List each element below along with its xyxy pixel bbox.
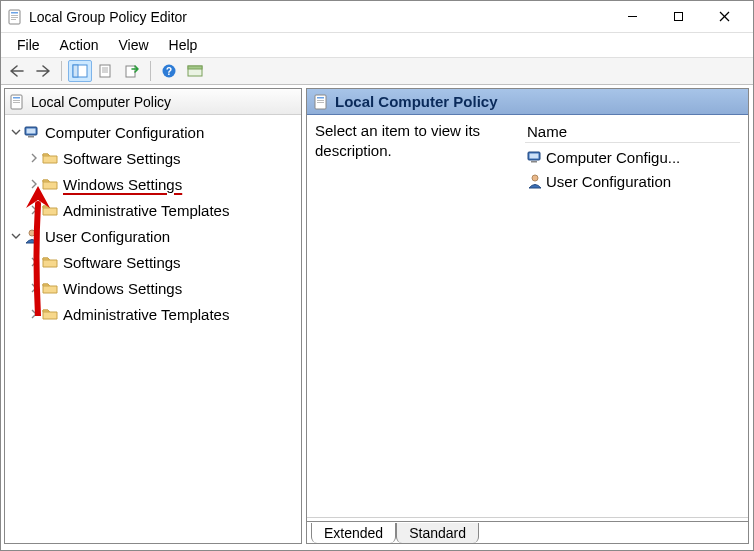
svg-rect-29 (317, 97, 324, 99)
svg-rect-34 (531, 161, 537, 163)
tree-label: Software Settings (63, 254, 181, 271)
menubar: File Action View Help (1, 33, 753, 57)
tree-pane: Local Computer Policy Computer Configura… (4, 88, 302, 544)
expander-icon[interactable] (27, 205, 41, 215)
tab-label: Standard (409, 525, 466, 541)
description-text: Select an item to view its description. (315, 121, 515, 511)
svg-rect-22 (13, 100, 20, 101)
tree-label: Software Settings (63, 150, 181, 167)
tree-label: Administrative Templates (63, 306, 229, 323)
titlebar[interactable]: Local Group Policy Editor (1, 1, 753, 33)
svg-rect-6 (674, 13, 682, 21)
folder-icon (41, 175, 59, 193)
expander-icon[interactable] (27, 257, 41, 267)
svg-rect-26 (28, 136, 34, 138)
content-area: Local Computer Policy Computer Configura… (1, 85, 753, 550)
nav-back-button[interactable] (5, 60, 29, 82)
tree-node-windows-settings-2[interactable]: Windows Settings (7, 275, 299, 301)
close-button[interactable] (701, 2, 747, 32)
tree-node-software-settings-2[interactable]: Software Settings (7, 249, 299, 275)
folder-icon (41, 279, 59, 297)
folder-icon (41, 305, 59, 323)
svg-rect-4 (11, 19, 16, 20)
svg-rect-2 (11, 15, 18, 16)
tab-strip: Extended Standard (307, 517, 748, 543)
computer-icon (527, 148, 543, 166)
policy-icon (9, 94, 25, 110)
window-title: Local Group Policy Editor (29, 9, 609, 25)
details-title: Local Computer Policy (335, 93, 498, 110)
svg-rect-30 (317, 100, 324, 101)
menu-help[interactable]: Help (159, 35, 208, 55)
toolbar-snapin-button[interactable] (183, 60, 207, 82)
expander-icon[interactable] (9, 231, 23, 241)
expander-icon[interactable] (27, 309, 41, 319)
tree-pane-title: Local Computer Policy (31, 94, 171, 110)
tree-node-software-settings[interactable]: Software Settings (7, 145, 299, 171)
tree-node-computer-configuration[interactable]: Computer Configuration (7, 119, 299, 145)
toolbar-export-button[interactable] (120, 60, 144, 82)
user-icon (23, 227, 41, 245)
toolbar-separator (150, 61, 151, 81)
expander-icon[interactable] (27, 283, 41, 293)
list-item[interactable]: Computer Configu... (525, 145, 740, 169)
tree-label: Computer Configuration (45, 124, 204, 141)
tab-label: Extended (324, 525, 383, 541)
menu-action[interactable]: Action (50, 35, 109, 55)
svg-rect-25 (27, 129, 36, 134)
toolbar-show-tree-button[interactable] (68, 60, 92, 82)
window-frame: Local Group Policy Editor File Action Vi… (0, 0, 754, 551)
svg-point-35 (532, 175, 538, 181)
expander-icon[interactable] (27, 179, 41, 189)
minimize-button[interactable] (609, 2, 655, 32)
svg-rect-15 (126, 66, 135, 77)
menu-view[interactable]: View (108, 35, 158, 55)
user-icon (527, 172, 543, 190)
svg-rect-3 (11, 17, 18, 18)
tree-node-admin-templates[interactable]: Administrative Templates (7, 197, 299, 223)
tree-label: Windows Settings (63, 280, 182, 297)
tree[interactable]: Computer Configuration Software Settings… (5, 115, 301, 543)
list-item-label: User Configuration (546, 173, 671, 190)
svg-rect-11 (100, 65, 110, 77)
column-header-name[interactable]: Name (525, 121, 740, 143)
svg-rect-1 (11, 12, 18, 14)
svg-rect-23 (13, 102, 20, 103)
folder-icon (41, 201, 59, 219)
expander-icon[interactable] (27, 153, 41, 163)
svg-text:?: ? (166, 66, 172, 77)
details-pane: Local Computer Policy Select an item to … (306, 88, 749, 544)
tree-node-windows-settings[interactable]: Windows Settings (7, 171, 299, 197)
name-column: Name Computer Configu... User Configurat… (525, 121, 740, 511)
tab-standard[interactable]: Standard (396, 523, 479, 543)
nav-forward-button[interactable] (31, 60, 55, 82)
details-header: Local Computer Policy (307, 89, 748, 115)
policy-icon (313, 94, 329, 110)
tree-node-user-configuration[interactable]: User Configuration (7, 223, 299, 249)
svg-rect-33 (530, 154, 539, 159)
details-body: Select an item to view its description. … (307, 115, 748, 517)
folder-icon (41, 253, 59, 271)
toolbar: ? (1, 57, 753, 85)
tree-node-admin-templates-2[interactable]: Administrative Templates (7, 301, 299, 327)
svg-rect-10 (73, 65, 78, 77)
tree-label: Administrative Templates (63, 202, 229, 219)
maximize-button[interactable] (655, 2, 701, 32)
tree-label: User Configuration (45, 228, 170, 245)
folder-icon (41, 149, 59, 167)
svg-point-27 (29, 230, 35, 236)
list-item-label: Computer Configu... (546, 149, 680, 166)
expander-icon[interactable] (9, 127, 23, 137)
tree-pane-header[interactable]: Local Computer Policy (5, 89, 301, 115)
app-icon (7, 9, 23, 25)
window-buttons (609, 2, 747, 32)
toolbar-help-button[interactable]: ? (157, 60, 181, 82)
computer-icon (23, 123, 41, 141)
tab-extended[interactable]: Extended (311, 523, 396, 543)
list-item[interactable]: User Configuration (525, 169, 740, 193)
tree-label: Windows Settings (63, 176, 182, 193)
svg-rect-31 (317, 102, 324, 103)
svg-rect-19 (188, 66, 202, 69)
menu-file[interactable]: File (7, 35, 50, 55)
toolbar-properties-button[interactable] (94, 60, 118, 82)
